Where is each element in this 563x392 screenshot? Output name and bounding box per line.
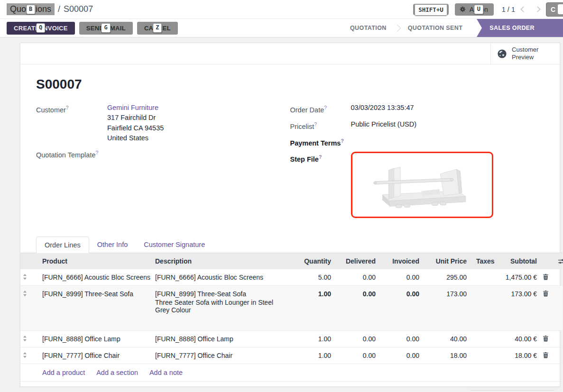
description-cell[interactable]: [FURN_8999] Three-Seat Sofa Three Seater…: [150, 286, 293, 331]
unit-price-column-header[interactable]: Unit Price: [424, 253, 471, 270]
sheet-body: S00007 Customer? Gemini Furniture 317 Fa…: [20, 64, 560, 222]
order-date-value[interactable]: 03/03/2023 13:35:47: [351, 102, 414, 115]
quantity-cell[interactable]: 1.00: [293, 347, 336, 364]
field-customer: Customer? Gemini Furniture 317 Fairchild…: [36, 102, 290, 144]
description-column-header[interactable]: Description: [150, 253, 293, 270]
customer-preview-label: Customer Preview: [512, 46, 538, 62]
tab-customer-signature[interactable]: Customer Signature: [136, 236, 213, 253]
description-cell[interactable]: [FURN_8888] Office Lamp: [150, 331, 293, 347]
keyboard-hint-badge: G: [102, 23, 111, 33]
add-a-product-link[interactable]: Add a product: [42, 369, 85, 376]
address-line: United States: [107, 133, 164, 144]
pager-previous-icon[interactable]: [520, 6, 526, 12]
help-icon: ?: [319, 154, 322, 160]
taxes-column-header[interactable]: Taxes: [471, 253, 498, 270]
add-a-note-link[interactable]: Add a note: [149, 369, 183, 376]
order-date-label: Order Date?: [290, 102, 351, 115]
quotation-template-label: Quotation Template?: [36, 147, 107, 160]
pager-next-icon[interactable]: [535, 6, 541, 12]
tab-other-info[interactable]: Other Info: [89, 236, 136, 253]
help-icon: ?: [314, 121, 317, 127]
order-line-row[interactable]: [FURN_8888] Office Lamp [FURN_8888] Offi…: [20, 331, 563, 347]
quantity-cell[interactable]: 1.00: [293, 286, 336, 331]
product-cell[interactable]: [FURN_8888] Office Lamp: [37, 331, 150, 347]
order-total: Total: 1,706.00 €: [470, 390, 554, 392]
partial-hint-button[interactable]: C: [546, 2, 563, 17]
taxes-cell[interactable]: [471, 269, 498, 286]
field-order-date: Order Date? 03/03/2023 13:35:47: [290, 102, 545, 115]
action-menu-button[interactable]: Action U: [455, 3, 494, 16]
unit-price-cell[interactable]: 173.00: [424, 286, 471, 331]
unit-price-cell[interactable]: 18.00: [424, 347, 471, 364]
delete-row-icon[interactable]: [543, 273, 552, 280]
help-icon: ?: [66, 105, 69, 110]
table-header-row: Product Description Quantity Delivered I…: [20, 253, 563, 270]
description-cell[interactable]: [FURN_6666] Acoustic Bloc Screens: [150, 269, 293, 286]
quantity-cell[interactable]: 5.00: [293, 269, 336, 286]
product-cell[interactable]: [FURN_8999] Three-Seat Sofa: [37, 286, 150, 331]
delivered-cell[interactable]: 0.00: [336, 331, 380, 347]
invoiced-cell[interactable]: 0.00: [380, 286, 424, 331]
handle-column-header: [20, 253, 37, 270]
subtotal-column-header[interactable]: Subtotal: [498, 253, 542, 270]
customer-label: Customer?: [36, 102, 107, 144]
taxes-cell[interactable]: [471, 331, 498, 347]
create-invoice-button[interactable]: CREATE INVOICE Q: [7, 22, 75, 35]
delete-row-icon[interactable]: [543, 352, 552, 358]
field-quotation-template: Quotation Template?: [36, 147, 290, 160]
send-email-button[interactable]: SEND EMAIL G: [79, 22, 133, 35]
product-cell[interactable]: [FURN_6666] Acoustic Bloc Screens: [37, 269, 150, 286]
pricelist-value[interactable]: Public Pricelist (USD): [351, 119, 417, 132]
order-line-row[interactable]: [FURN_8999] Three-Seat Sofa [FURN_8999] …: [20, 286, 563, 331]
add-a-section-link[interactable]: Add a section: [96, 369, 138, 376]
customer-link[interactable]: Gemini Furniture: [107, 104, 158, 111]
status-step-quotation-sent[interactable]: QUOTATION SENT: [398, 19, 472, 37]
action-menu-label: Action U: [469, 6, 489, 13]
delivered-column-header[interactable]: Delivered: [336, 253, 380, 270]
delivered-cell[interactable]: 0.00: [336, 269, 380, 286]
order-line-row[interactable]: [FURN_7777] Office Chair [FURN_7777] Off…: [20, 347, 563, 364]
help-icon: ?: [341, 138, 343, 144]
field-step-file: Step File?: [290, 152, 545, 218]
taxes-cell[interactable]: [471, 286, 498, 331]
delivered-cell[interactable]: 0.00: [336, 347, 380, 364]
taxes-cell[interactable]: [471, 347, 498, 364]
delete-row-icon[interactable]: [543, 335, 552, 342]
step-file-3d-part-image: [368, 160, 477, 210]
page-content: Customer Preview S00007 Customer? Gemini…: [0, 37, 563, 392]
breadcrumb: Quotations B / S00007: [7, 3, 93, 15]
optional-columns-header: [553, 253, 563, 270]
product-column-header[interactable]: Product: [37, 253, 150, 270]
quantity-cell[interactable]: 1.00: [293, 331, 336, 347]
sheet-button-box: Customer Preview: [20, 43, 560, 64]
quantity-column-header[interactable]: Quantity: [293, 253, 336, 270]
drag-handle-icon[interactable]: [22, 290, 37, 297]
invoiced-column-header[interactable]: Invoiced: [380, 253, 424, 270]
status-step-sales-order[interactable]: SALES ORDER: [477, 19, 563, 37]
sheet-footer: Terms and conditions... Total: 1,706.00 …: [20, 381, 560, 392]
invoiced-cell[interactable]: 0.00: [380, 331, 424, 347]
unit-price-cell[interactable]: 295.00: [424, 269, 471, 286]
drag-handle-icon[interactable]: [22, 335, 37, 342]
breadcrumb-quotations[interactable]: Quotations B: [7, 3, 55, 15]
delete-row-icon[interactable]: [543, 290, 552, 297]
drag-handle-icon[interactable]: [22, 352, 37, 358]
unit-price-cell[interactable]: 40.00: [424, 331, 471, 347]
field-group-left: Customer? Gemini Furniture 317 Fairchild…: [36, 102, 290, 222]
invoiced-cell[interactable]: 0.00: [380, 347, 424, 364]
description-cell[interactable]: [FURN_7777] Office Chair: [150, 347, 293, 364]
cancel-button[interactable]: CANCEL Z: [137, 22, 178, 35]
customer-preview-button[interactable]: Customer Preview: [490, 43, 560, 64]
invoiced-cell[interactable]: 0.00: [380, 269, 424, 286]
delivered-cell[interactable]: 0.00: [336, 286, 380, 331]
status-step-quotation[interactable]: QUOTATION: [341, 19, 396, 37]
product-cell[interactable]: [FURN_7777] Office Chair: [37, 347, 150, 364]
order-line-row[interactable]: [FURN_6666] Acoustic Bloc Screens [FURN_…: [20, 269, 563, 286]
drag-handle-icon[interactable]: [22, 273, 37, 280]
tab-order-lines[interactable]: Order Lines: [36, 237, 89, 253]
subtotal-cell: 173.00 €: [498, 286, 542, 331]
field-group-right: Order Date? 03/03/2023 13:35:47 Pricelis…: [290, 102, 545, 222]
topbar-right-controls: SHIFT+U Action U 1 /: [413, 0, 563, 18]
partial-hint-label: C: [551, 6, 555, 13]
step-file-image[interactable]: [351, 152, 493, 218]
